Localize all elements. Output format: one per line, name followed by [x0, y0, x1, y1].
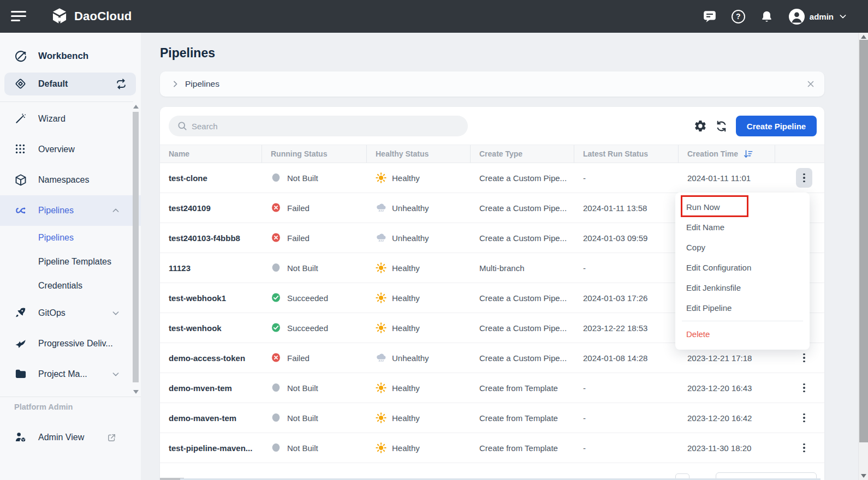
pipeline-name-text: 11123: [169, 263, 191, 273]
pipeline-name[interactable]: demo-mven-tem: [160, 373, 262, 403]
page-scrollbar[interactable]: [858, 33, 868, 480]
scrollbar-thumb[interactable]: [133, 112, 139, 382]
healthy-status: Healthy: [367, 313, 471, 343]
menu-item-edit-name[interactable]: Edit Name: [675, 217, 810, 237]
healthy-status: Healthy: [367, 163, 471, 193]
pipeline-name[interactable]: test-wenhook: [160, 313, 262, 343]
row-actions-button[interactable]: [796, 438, 812, 458]
create-type: Create a Custom Pipe...: [471, 223, 574, 253]
column-header-running-status[interactable]: Running Status: [262, 145, 367, 163]
column-header-healthy-status[interactable]: Healthy Status: [367, 145, 471, 163]
menu-item-delete[interactable]: Delete: [675, 324, 810, 344]
scroll-down-arrow[interactable]: [861, 474, 866, 478]
workbench-label: Workbench: [38, 51, 88, 62]
chat-icon[interactable]: [703, 9, 717, 23]
column-header-latest-run-status[interactable]: Latest Run Status: [574, 145, 679, 163]
sidebar-item-label: Overview: [38, 145, 75, 154]
sidebar-item-project-ma[interactable]: Project Ma...: [0, 359, 141, 389]
column-header-creation-time[interactable]: Creation Time: [679, 145, 775, 163]
breadcrumb: Pipelines: [160, 71, 824, 97]
latest-run-status: 2023-12-22 18:53: [574, 313, 679, 343]
close-icon[interactable]: [806, 79, 816, 89]
creation-time: 2024-01-11 11:01: [679, 163, 775, 193]
sidebar-nav: WizardOverviewNamespacesPipelinesPipelin…: [0, 104, 141, 395]
column-header-name[interactable]: Name: [160, 145, 262, 163]
workspace-selector[interactable]: Default: [4, 73, 136, 95]
breadcrumb-item[interactable]: Pipelines: [185, 79, 219, 89]
sidebar-item-workbench[interactable]: Workbench: [0, 46, 141, 67]
sidebar-item-label: Credentials: [38, 281, 82, 291]
sidebar-item-pipeline-templates-sub[interactable]: Pipeline Templates: [0, 250, 141, 274]
pipeline-name[interactable]: demo-access-token: [160, 343, 262, 373]
healthy-status-text: Healthy: [392, 383, 420, 393]
help-icon[interactable]: ?: [732, 10, 745, 23]
sidebar-scrollbar[interactable]: [132, 105, 139, 394]
scrollbar-thumb[interactable]: [859, 40, 868, 442]
search-icon: [177, 121, 188, 131]
search-input[interactable]: [192, 116, 459, 136]
sidebar-item-label: Pipeline Templates: [38, 257, 111, 267]
search-box: [169, 116, 468, 136]
row-actions: [775, 403, 824, 433]
switch-workspace-icon[interactable]: [115, 78, 127, 90]
column-label: Running Status: [271, 149, 327, 158]
row-actions-button[interactable]: [796, 348, 812, 368]
latest-run-status: 2024-01-08 14:28: [574, 343, 679, 373]
sort-desc-icon[interactable]: [743, 149, 753, 159]
sidebar-item-label: Progressive Deliv...: [38, 339, 113, 349]
pipeline-name[interactable]: demo-maven-tem: [160, 403, 262, 433]
menu-icon[interactable]: [11, 11, 26, 22]
healthy-status-text: Healthy: [392, 323, 420, 333]
create-pipeline-button[interactable]: Create Pipeline: [736, 116, 817, 136]
menu-item-run-now[interactable]: Run Now: [675, 197, 810, 217]
row-actions-button[interactable]: [796, 168, 812, 188]
scroll-up-arrow[interactable]: [133, 105, 139, 109]
pipeline-name[interactable]: test240109: [160, 193, 262, 223]
menu-item-edit-jenkinsfile[interactable]: Edit Jenkinsfile: [675, 278, 810, 298]
pipeline-name-text: demo-access-token: [169, 353, 245, 363]
scroll-up-arrow[interactable]: [861, 35, 866, 39]
bell-icon[interactable]: [760, 9, 774, 23]
row-actions-button[interactable]: [796, 408, 812, 428]
sidebar-item-gitops[interactable]: GitOps: [0, 298, 141, 328]
refresh-icon[interactable]: [715, 120, 728, 133]
status-healthy-icon: [376, 412, 387, 423]
gear-icon[interactable]: [694, 119, 707, 133]
scroll-down-arrow[interactable]: [133, 390, 139, 394]
sidebar-item-overview[interactable]: Overview: [0, 134, 141, 165]
chevron-right-icon[interactable]: [171, 80, 180, 88]
healthy-status-text: Healthy: [392, 263, 420, 273]
menu-item-edit-pipeline[interactable]: Edit Pipeline: [675, 298, 810, 318]
top-header-bar: DaoCloud ? admin: [0, 0, 868, 33]
brand-logo[interactable]: DaoCloud: [50, 7, 132, 26]
column-label: Name: [169, 149, 189, 158]
menu-item-edit-configuration[interactable]: Edit Configuration: [675, 257, 810, 278]
sidebar-item-namespaces[interactable]: Namespaces: [0, 165, 141, 195]
running-status: Not Built: [262, 253, 367, 283]
row-actions-button[interactable]: [796, 378, 812, 398]
pipeline-name[interactable]: test-webhook1: [160, 283, 262, 313]
pipeline-name[interactable]: test-pipeline-maven...: [160, 433, 262, 463]
status-unhealthy-icon: [376, 232, 387, 243]
running-status: Failed: [262, 223, 367, 253]
latest-run-status: 2024-01-03 17:26: [574, 283, 679, 313]
healthy-status-text: Healthy: [392, 173, 420, 183]
sidebar-item-pipelines[interactable]: Pipelines: [0, 195, 141, 226]
chevron-down-icon[interactable]: [839, 12, 847, 21]
avatar[interactable]: [789, 9, 805, 25]
column-header-actions: [775, 145, 824, 163]
sidebar-item-progressive-deliv[interactable]: Progressive Deliv...: [0, 328, 141, 359]
external-link-icon: [107, 433, 116, 442]
sidebar-item-wizard[interactable]: Wizard: [0, 104, 141, 134]
sidebar-item-pipelines-sub[interactable]: Pipelines: [0, 226, 141, 250]
pipeline-name[interactable]: test240103-f4bbb8: [160, 223, 262, 253]
menu-item-copy[interactable]: Copy: [675, 237, 810, 257]
column-header-create-type[interactable]: Create Type: [471, 145, 574, 163]
sidebar-item-credentials-sub[interactable]: Credentials: [0, 274, 141, 298]
pipeline-name[interactable]: 11123: [160, 253, 262, 283]
namespaces-icon: [14, 173, 27, 187]
status-healthy-icon: [376, 172, 387, 183]
pipeline-name[interactable]: test-clone: [160, 163, 262, 193]
sidebar-item-admin-view[interactable]: Admin View: [0, 425, 141, 449]
user-menu[interactable]: admin: [789, 9, 847, 25]
